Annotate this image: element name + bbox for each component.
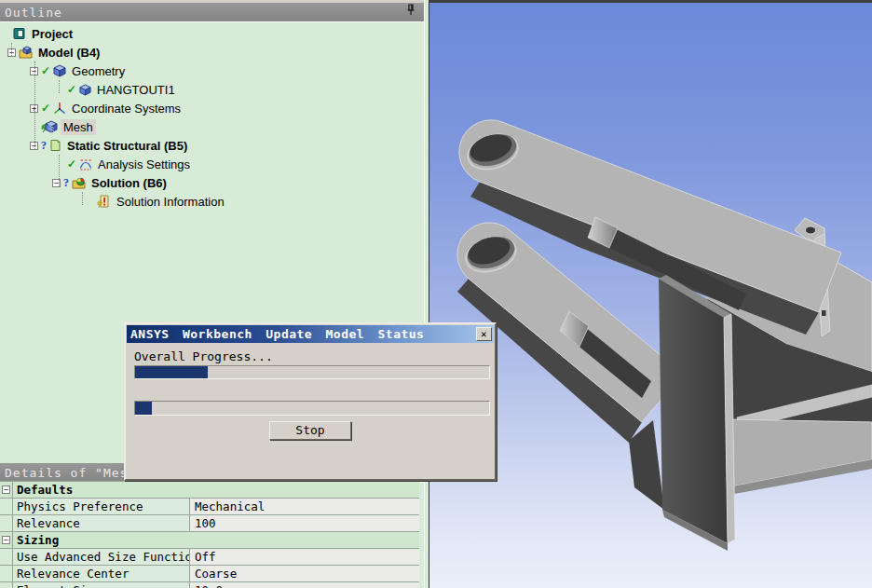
question-mark-icon: ? (63, 176, 69, 190)
minus-expander-icon[interactable]: − (2, 536, 10, 544)
model-web-plate (659, 279, 728, 543)
details-prop-value[interactable]: 100 (190, 515, 419, 531)
tree-item-static-structural-b5[interactable]: −?Static Structural (B5) (0, 136, 419, 155)
tree-guide (59, 155, 60, 186)
solution-info-icon (97, 195, 111, 208)
details-prop-value[interactable]: Mechanical (190, 499, 419, 514)
details-row: −Defaults (0, 482, 419, 499)
tree-item-label: Geometry (69, 63, 128, 79)
checkmark-icon: ✓ (67, 157, 76, 171)
details-prop-value[interactable]: Coarse (190, 566, 419, 581)
tree-item-project[interactable]: Project (0, 24, 419, 43)
outline-panel-header: Outline (0, 3, 424, 22)
details-row: Physics PreferenceMechanical (0, 499, 419, 515)
coordsys-icon (53, 102, 66, 115)
model-icon (19, 46, 33, 59)
part-icon (79, 84, 91, 96)
details-prop-label: Element Size (12, 582, 190, 588)
tree-item-model-b4[interactable]: −Model (B4) (0, 43, 419, 62)
tree-item-label: Coordinate Systems (69, 101, 184, 116)
checkmark-icon: ✓ (41, 102, 50, 115)
overall-progress-bar (134, 365, 490, 379)
graphics-viewport[interactable] (429, 0, 872, 588)
outline-tree: Project−Model (B4)−✓Geometry✓HANGTOUTI1+… (0, 24, 419, 211)
details-row: Relevance100 (0, 515, 419, 532)
tree-item-label: Mesh (61, 119, 96, 135)
details-row: −Sizing (0, 532, 419, 549)
tree-guide (82, 192, 83, 205)
tree-item-solution-b6[interactable]: −?Solution (B6) (0, 173, 419, 192)
ansys-mechanical-window: Outline Project−Model (B4)−✓Geometry✓HAN… (0, 0, 872, 588)
tree-item-hangtouti1[interactable]: ✓HANGTOUTI1 (0, 80, 419, 99)
details-table: −DefaultsPhysics PreferenceMechanicalRel… (0, 481, 419, 588)
tree-item-label: Static Structural (B5) (64, 138, 190, 154)
tree-item-label: Project (29, 26, 75, 42)
task-progress-bar (134, 401, 490, 416)
tree-item-label: Model (B4) (35, 45, 102, 61)
tree-guide (59, 80, 60, 93)
checkmark-icon: ✓ (41, 64, 50, 77)
static-structural-icon (49, 139, 61, 152)
details-group-label: Defaults (12, 482, 419, 498)
row-gutter (0, 549, 12, 565)
outline-panel-title: Outline (5, 6, 62, 20)
row-gutter (0, 515, 12, 531)
tree-guide (11, 43, 12, 56)
details-prop-value[interactable]: 10.0 (190, 582, 419, 588)
update-model-status-dialog: ANSYS Workbench Update Model Status ✕ Ov… (124, 322, 497, 481)
overall-progress-label: Overall Progress... (134, 349, 273, 363)
project-icon (13, 27, 26, 40)
tree-guide (34, 62, 35, 149)
tree-item-coordinate-systems[interactable]: +✓Coordinate Systems (0, 99, 419, 117)
bracket-model (429, 3, 872, 588)
tree-item-label: Solution Information (114, 194, 227, 210)
overall-progress-fill (135, 366, 208, 378)
group-expander[interactable]: − (0, 532, 12, 548)
minus-expander-icon[interactable]: − (2, 485, 10, 494)
model-tab-hole (806, 226, 816, 234)
group-expander[interactable]: − (0, 482, 12, 498)
mesh-icon (41, 120, 58, 133)
close-icon[interactable]: ✕ (476, 327, 492, 341)
details-prop-label: Use Advanced Size Function (12, 549, 190, 565)
question-mark-icon: ? (41, 139, 47, 153)
details-group-label: Sizing (12, 532, 419, 548)
details-prop-label: Physics Preference (12, 499, 190, 514)
solution-icon (72, 176, 86, 189)
model-lip-notch (822, 310, 826, 316)
tree-item-analysis-settings[interactable]: ✓Analysis Settings (0, 155, 419, 173)
details-prop-label: Relevance Center (12, 566, 190, 581)
task-progress-fill (135, 402, 152, 415)
row-gutter (0, 499, 12, 514)
tree-item-mesh[interactable]: Mesh (0, 117, 419, 136)
tree-item-geometry[interactable]: −✓Geometry (0, 62, 419, 80)
analysis-settings-icon (79, 157, 92, 171)
details-row: Use Advanced Size FunctionOff (0, 549, 419, 566)
row-gutter (0, 582, 12, 588)
row-gutter (0, 566, 12, 581)
left-pane: Outline Project−Model (B4)−✓Geometry✓HAN… (0, 0, 429, 588)
details-prop-value[interactable]: Off (190, 549, 419, 565)
stop-button[interactable]: Stop (269, 421, 351, 440)
tree-item-label: Solution (B6) (89, 175, 170, 191)
dialog-title: ANSYS Workbench Update Model Status (130, 327, 424, 341)
details-row: Relevance CenterCoarse (0, 566, 419, 582)
checkmark-icon: ✓ (67, 83, 76, 96)
dialog-titlebar[interactable]: ANSYS Workbench Update Model Status ✕ (127, 325, 494, 343)
tree-item-label: Analysis Settings (95, 157, 193, 172)
pin-icon[interactable] (404, 3, 417, 17)
geometry-icon (53, 64, 66, 77)
details-row: Element Size10.0 (0, 582, 419, 588)
tree-item-solution-information[interactable]: Solution Information (0, 192, 419, 211)
tree-item-label: HANGTOUTI1 (94, 82, 178, 98)
details-prop-label: Relevance (12, 515, 190, 531)
